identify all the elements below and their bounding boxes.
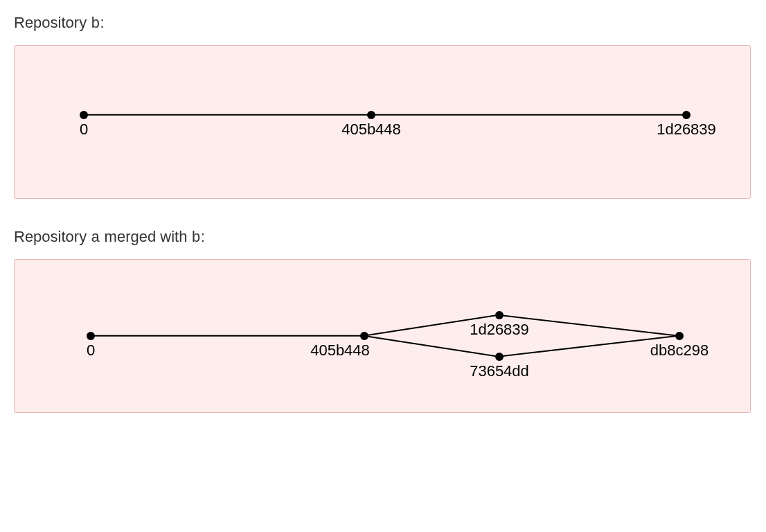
edges-svg-merged <box>15 260 750 414</box>
node-commit-1 <box>367 111 375 119</box>
diagram-repo-b: 0 405b448 1d26839 <box>14 45 751 199</box>
node-m-merge-label: db8c298 <box>650 342 709 360</box>
section1-repo-name: b <box>91 15 100 33</box>
node-commit-2-label: 1d26839 <box>657 121 716 139</box>
node-m-root-label: 0 <box>87 342 95 360</box>
node-m-branch-top-label: 1d26839 <box>470 321 529 339</box>
node-commit-2 <box>682 111 691 119</box>
node-m-branch-bottom-label: 73654dd <box>470 362 529 380</box>
section2-prefix: Repository <box>14 228 91 245</box>
node-root <box>80 111 88 119</box>
node-commit-1-label: 405b448 <box>341 121 401 139</box>
node-m-merge <box>675 332 684 340</box>
section2-repo-b: b <box>192 229 201 247</box>
section1-suffix: : <box>100 14 104 31</box>
svg-line-4 <box>364 336 499 357</box>
section2-repo-a: a <box>91 229 100 247</box>
node-m-root <box>87 332 95 340</box>
node-m-branch-top <box>495 311 504 319</box>
section1-title: Repository b: <box>14 14 752 33</box>
section2-title: Repository a merged with b: <box>14 228 752 247</box>
diagram-merged: 0 405b448 1d26839 73654dd db8c298 <box>14 259 751 413</box>
node-m-branch-bottom <box>495 353 504 361</box>
section2-suffix: : <box>201 228 205 245</box>
node-root-label: 0 <box>80 121 88 139</box>
node-m-commit-1-label: 405b448 <box>310 342 370 360</box>
section1-prefix: Repository <box>14 14 91 31</box>
section2-mid: merged with <box>100 228 191 245</box>
node-m-commit-1 <box>360 332 368 340</box>
